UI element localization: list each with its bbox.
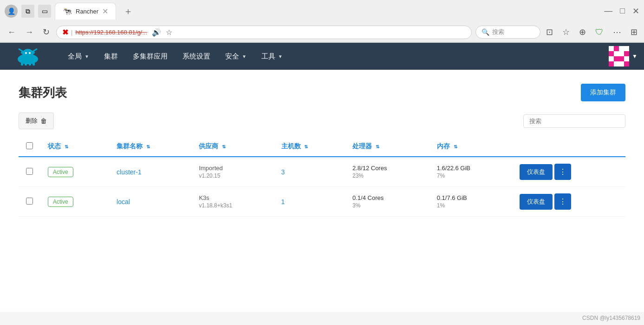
browser-icon-2[interactable]: ▭: [38, 5, 51, 18]
star-icon[interactable]: ☆: [166, 28, 172, 37]
search-icon: 🔍: [481, 28, 489, 36]
nav-item-tools[interactable]: 工具 ▼: [254, 43, 290, 70]
svg-point-11: [25, 52, 27, 54]
browser-icon-1[interactable]: ⧉: [21, 5, 34, 18]
page-title: 集群列表: [19, 85, 67, 101]
nav-menu: 全局 ▼ 集群 多集群应用 系统设置 安全 ▼ 工具 ▼: [56, 43, 607, 70]
nav-label-cluster: 集群: [104, 52, 118, 61]
header-checkbox-cell: [19, 137, 40, 157]
logo-area: [0, 47, 56, 66]
nav-item-global[interactable]: 全局 ▼: [60, 43, 97, 70]
read-aloud-icon[interactable]: 🔊: [152, 28, 161, 37]
row-memory-0: 1.6/22.6 GiB 7%: [429, 157, 512, 187]
extensions-button[interactable]: 🛡: [593, 26, 605, 39]
provider-version-1: v1.18.8+k3s1: [199, 202, 266, 209]
address-bar[interactable]: ✖ | https://192.168.168.81/g/... 🔊 ☆: [56, 26, 472, 39]
header-hosts[interactable]: 主机数 ⇅: [274, 137, 345, 157]
row-checkbox-1[interactable]: [26, 198, 33, 205]
close-button[interactable]: ✕: [632, 6, 639, 16]
window-controls: — □ ✕: [604, 6, 639, 16]
nav-item-settings[interactable]: 系统设置: [175, 43, 218, 70]
address-url: https://192.168.168.81/g/...: [75, 29, 147, 36]
row-hosts-1: 1: [274, 187, 345, 217]
back-button[interactable]: ←: [5, 26, 19, 39]
nav-item-multicluster[interactable]: 多集群应用: [125, 43, 175, 70]
row-action-group-1: 仪表盘 ⋮: [520, 193, 618, 210]
cluster-search-input[interactable]: [529, 118, 619, 125]
maximize-button[interactable]: □: [620, 6, 625, 16]
refresh-button[interactable]: ↻: [40, 25, 52, 39]
chevron-down-icon: ▼: [85, 54, 89, 59]
memory-sort-icon: ⇅: [454, 144, 457, 149]
provider-name-0: Imported: [199, 165, 266, 172]
title-bar: 👤 ⧉ ▭ 🐄 Rancher ✕ ＋ — □ ✕: [0, 0, 644, 22]
security-chevron-icon: ▼: [242, 54, 247, 59]
svg-point-5: [21, 51, 25, 54]
tab-icon: 🐄: [63, 7, 72, 16]
nav-label-global: 全局: [68, 52, 82, 61]
split-view-button[interactable]: ⊡: [544, 25, 555, 39]
cluster-name-link-0[interactable]: cluster-1: [117, 168, 142, 176]
nav-item-cluster[interactable]: 集群: [97, 43, 125, 70]
nav-item-security[interactable]: 安全 ▼: [218, 43, 254, 70]
dashboard-button-1[interactable]: 仪表盘: [520, 194, 553, 210]
provider-sort-icon: ⇅: [222, 144, 226, 149]
header-provider[interactable]: 供应商 ⇅: [191, 137, 273, 157]
row-provider-0: Imported v1.20.15: [191, 157, 273, 187]
user-dropdown-chevron-icon: ▼: [632, 53, 637, 60]
provider-version-0: v1.20.15: [199, 172, 266, 179]
cluster-search-box[interactable]: [523, 114, 625, 128]
header-cpu[interactable]: 处理器 ⇅: [345, 137, 429, 157]
forward-button[interactable]: →: [22, 26, 36, 39]
cpu-secondary-0: 23%: [352, 172, 422, 179]
add-cluster-button[interactable]: 添加集群: [581, 84, 625, 101]
status-sort-icon: ⇅: [65, 144, 68, 149]
provider-name-1: K3s: [199, 194, 266, 201]
nav-label-multicluster: 多集群应用: [133, 52, 168, 61]
more-options-button[interactable]: ⋯: [611, 25, 623, 39]
sidebar-button[interactable]: ⊞: [629, 25, 639, 39]
memory-primary-1: 0.1/7.6 GiB: [437, 194, 505, 201]
hosts-sort-icon: ⇅: [304, 144, 308, 149]
search-label: 搜索: [492, 28, 504, 36]
tools-chevron-icon: ▼: [278, 54, 283, 59]
memory-secondary-1: 1%: [437, 202, 505, 209]
browser-tab-rancher[interactable]: 🐄 Rancher ✕: [55, 3, 116, 20]
svg-rect-7: [21, 62, 23, 66]
memory-secondary-0: 7%: [437, 172, 505, 179]
cpu-primary-1: 0.1/4 Cores: [352, 194, 422, 201]
dashboard-button-0[interactable]: 仪表盘: [520, 164, 553, 180]
header-name[interactable]: 集群名称 ⇅: [109, 137, 191, 157]
delete-button[interactable]: 删除 🗑: [19, 113, 54, 129]
browser-nav-bar: ← → ↻ ✖ | https://192.168.168.81/g/... 🔊…: [0, 22, 644, 42]
row-actions-1: 仪表盘 ⋮: [512, 187, 625, 217]
more-actions-button-0[interactable]: ⋮: [554, 164, 571, 180]
tab-close-button[interactable]: ✕: [102, 7, 108, 16]
table-toolbar: 删除 🗑: [19, 113, 625, 129]
nav-label-settings: 系统设置: [182, 52, 210, 61]
row-cpu-0: 2.8/12 Cores 23%: [345, 157, 429, 187]
select-all-checkbox[interactable]: [26, 142, 33, 149]
cluster-name-link-1[interactable]: local: [117, 198, 130, 206]
browser-search-bar[interactable]: 🔍 搜索: [475, 26, 540, 39]
row-name-1: local: [109, 187, 191, 217]
new-tab-button[interactable]: ＋: [120, 3, 137, 20]
svg-point-12: [29, 52, 31, 54]
minimize-button[interactable]: —: [604, 6, 612, 16]
rancher-logo[interactable]: [9, 47, 46, 66]
header-memory[interactable]: 内存 ⇅: [429, 137, 512, 157]
cpu-secondary-1: 3%: [352, 202, 422, 209]
status-badge-1: Active: [48, 197, 73, 207]
browser-nav-icons: ⊡ ☆ ⊕ 🛡 ⋯ ⊞: [544, 25, 639, 39]
collections-button[interactable]: ⊕: [577, 25, 588, 39]
app-container: 全局 ▼ 集群 多集群应用 系统设置 安全 ▼ 工具 ▼: [0, 43, 644, 312]
user-menu-button[interactable]: ▼: [607, 44, 639, 68]
more-actions-button-1[interactable]: ⋮: [554, 193, 571, 210]
tab-title: Rancher: [76, 8, 98, 15]
favorites-button[interactable]: ☆: [560, 25, 572, 39]
row-checkbox-0[interactable]: [26, 168, 33, 175]
header-status[interactable]: 状态 ⇅: [40, 137, 109, 157]
trash-icon: 🗑: [40, 117, 47, 125]
separator: |: [71, 29, 72, 36]
cluster-table: 状态 ⇅ 集群名称 ⇅ 供应商 ⇅ 主机数 ⇅: [19, 137, 625, 217]
